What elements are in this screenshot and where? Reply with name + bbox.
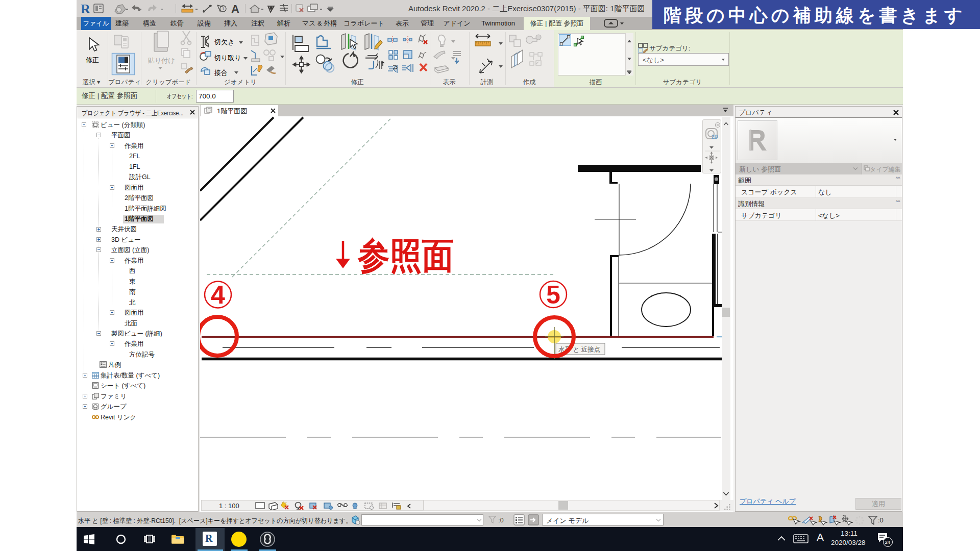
svg-text:2D: 2D xyxy=(712,134,718,140)
svg-text:A: A xyxy=(231,3,239,15)
svg-text:5: 5 xyxy=(546,281,560,309)
svg-text:貼り付け: 貼り付け xyxy=(148,57,175,64)
svg-text:参照面: 参照面 xyxy=(357,236,454,276)
svg-text:4: 4 xyxy=(211,281,225,309)
svg-text:切り取り: 切り取り xyxy=(214,54,241,62)
svg-text:修正: 修正 xyxy=(86,56,99,64)
svg-text:接合: 接合 xyxy=(214,69,228,77)
svg-text:1: 1 xyxy=(222,7,225,11)
svg-text:R: R xyxy=(81,2,90,16)
svg-text:切欠き: 切欠き xyxy=(214,38,234,46)
